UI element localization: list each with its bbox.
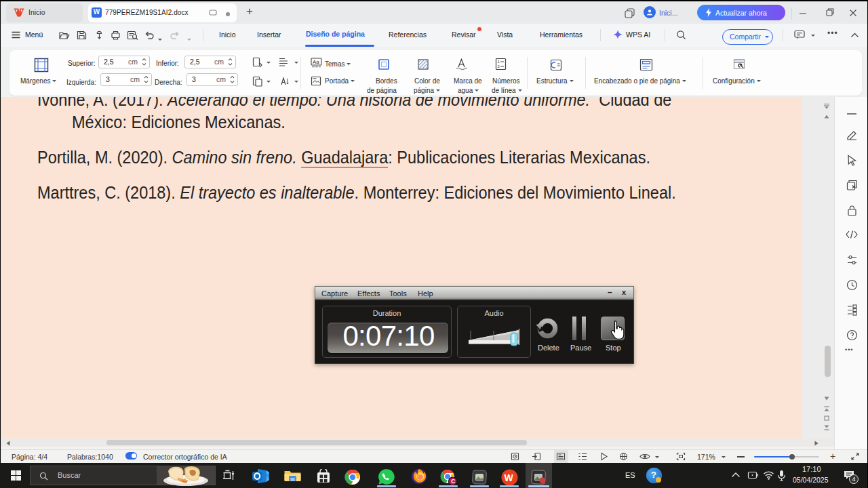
svg-text:C: C [451,478,455,485]
svg-text:2: 2 [498,64,500,68]
svg-text:1: 1 [498,60,500,64]
svg-text:Aa: Aa [313,59,319,65]
svg-text:W: W [505,472,514,483]
